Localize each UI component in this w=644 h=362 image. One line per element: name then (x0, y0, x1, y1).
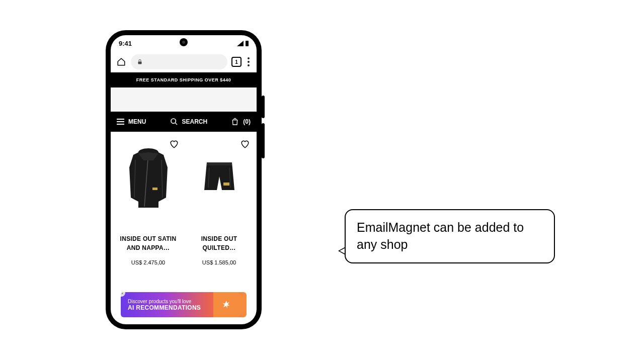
browser-toolbar: 1 (111, 51, 257, 72)
status-time: 9:41 (119, 40, 132, 47)
search-button[interactable]: SEARCH (170, 118, 208, 126)
site-header (111, 87, 257, 112)
product-price: US$ 2.475,00 (131, 259, 165, 265)
cart-count: (0) (243, 118, 251, 125)
product-image (118, 140, 179, 220)
wishlist-button[interactable] (170, 140, 180, 150)
product-title: INSIDE OUT SATIN AND NAPPA… (120, 234, 177, 252)
lock-icon (137, 59, 143, 65)
status-bar: 9:41 (111, 35, 257, 51)
product-card[interactable]: INSIDE OUT SATIN AND NAPPA… US$ 2.475,00 (115, 140, 182, 283)
battery-icon (246, 41, 249, 46)
svg-rect-7 (223, 183, 229, 186)
close-icon: ✕ (121, 292, 124, 296)
close-button[interactable]: ✕ (121, 292, 125, 297)
phone-frame: 9:41 1 (106, 30, 262, 329)
bag-icon (231, 118, 239, 126)
search-label: SEARCH (182, 118, 208, 125)
status-icons (237, 41, 249, 46)
more-menu-button[interactable] (246, 57, 252, 66)
magic-wand-icon (220, 299, 232, 311)
site-nav: MENU SEARCH (0) (111, 112, 257, 132)
phone-side-button (262, 96, 265, 118)
menu-button[interactable]: MENU (117, 118, 146, 125)
cart-button[interactable]: (0) (231, 118, 251, 126)
tab-count: 1 (235, 59, 238, 65)
svg-rect-5 (152, 188, 157, 190)
wishlist-button[interactable] (240, 140, 251, 150)
phone-side-button (262, 123, 265, 158)
svg-point-1 (171, 119, 176, 123)
tabs-button[interactable]: 1 (231, 57, 242, 67)
ai-banner-title: AI RECOMMENDATIONS (128, 304, 201, 311)
callout-bubble: EmailMagnet can be added to any shop (345, 209, 555, 263)
signal-icon (237, 41, 244, 46)
front-camera (180, 38, 188, 46)
svg-line-2 (175, 123, 177, 125)
callout-text: EmailMagnet can be added to any shop (357, 220, 524, 251)
url-bar[interactable] (131, 54, 227, 69)
menu-label: MENU (128, 118, 146, 125)
ai-banner-arrow (206, 292, 247, 317)
shipping-banner: FREE STANDARD SHIPPING OVER $440 (111, 72, 257, 87)
product-title: INSIDE OUT QUILTED… (201, 234, 237, 252)
svg-rect-6 (207, 162, 232, 165)
product-price: US$ 1.585,00 (202, 259, 236, 265)
phone-screen: 9:41 1 (111, 35, 257, 324)
search-icon (170, 118, 178, 126)
ai-banner-subtitle: Discover products you'll love (128, 299, 201, 304)
product-grid: INSIDE OUT SATIN AND NAPPA… US$ 2.475,00 (111, 132, 257, 283)
ai-recommendations-banner[interactable]: ✕ Discover products you'll love AI RECOM… (121, 292, 247, 317)
product-card[interactable]: INSIDE OUT QUILTED… US$ 1.585,00 (186, 140, 253, 283)
home-button[interactable] (116, 56, 127, 67)
product-image (189, 140, 250, 220)
svg-rect-0 (138, 62, 142, 64)
hamburger-icon (117, 119, 124, 125)
